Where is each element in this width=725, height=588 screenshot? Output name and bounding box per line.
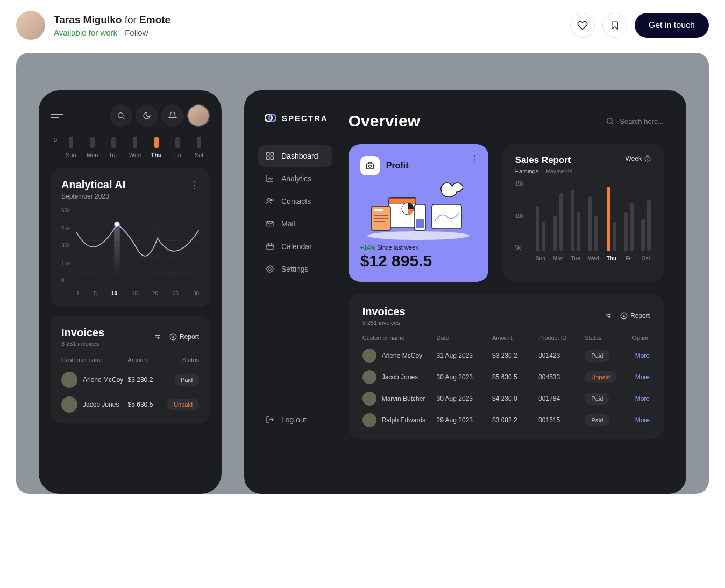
invoices-title: Invoices <box>61 327 104 339</box>
svg-point-47 <box>607 314 608 315</box>
invoices-count: 3 251 invoices <box>362 320 406 326</box>
bar-fri[interactable]: Fri <box>624 187 634 261</box>
bar-sat[interactable]: Sat <box>641 187 651 261</box>
period-selector[interactable]: Week <box>626 155 651 162</box>
bar-chart: 15k10k5k SunMonTueWedThuFriSat <box>515 181 651 261</box>
svg-rect-16 <box>267 153 269 155</box>
invoice-columns: Customer name Amount Status <box>61 357 199 363</box>
sidebar-item-mail[interactable]: Mail <box>258 213 332 235</box>
gear-icon <box>266 265 274 273</box>
tab-payments[interactable]: Payments <box>546 168 572 174</box>
sidebar-item-analytics[interactable]: Analytics <box>258 168 332 189</box>
bar-wed[interactable]: Wed <box>588 187 599 261</box>
card-menu-icon[interactable]: ⋮ <box>470 154 479 164</box>
zero-label: 0 <box>51 137 60 143</box>
theme-button[interactable] <box>136 104 158 127</box>
svg-rect-37 <box>374 209 383 211</box>
profit-label: Profit <box>386 161 409 171</box>
sidebar-item-contacts[interactable]: Contacts <box>258 190 332 212</box>
report-button[interactable]: Report <box>620 312 650 320</box>
day-wed[interactable]: Wed <box>124 137 146 158</box>
day-mon[interactable]: Mon <box>82 137 103 158</box>
bar-thu[interactable]: Thu <box>607 187 616 261</box>
follow-button[interactable]: Follow <box>125 28 148 37</box>
download-icon <box>169 333 177 341</box>
bar-tue[interactable]: Tue <box>571 187 580 261</box>
user-avatar[interactable] <box>187 104 210 127</box>
chevron-down-icon <box>644 155 651 162</box>
calendar-icon <box>266 242 274 251</box>
more-link[interactable]: More <box>622 352 650 359</box>
analytical-title: Analytical AI <box>61 179 125 191</box>
svg-rect-34 <box>389 198 416 203</box>
invoices-count: 3 251 invoices <box>61 341 104 347</box>
week-selector: 0SunMonTueWedThuFriSat <box>51 137 210 158</box>
bar-mon[interactable]: Mon <box>553 187 563 261</box>
svg-rect-18 <box>267 157 269 159</box>
get-in-touch-button[interactable]: Get in touch <box>635 13 709 38</box>
svg-point-8 <box>115 222 119 226</box>
author-avatar[interactable] <box>16 11 45 40</box>
more-link[interactable]: More <box>622 416 650 424</box>
sales-title: Sales Report <box>515 155 572 166</box>
download-icon <box>620 312 628 320</box>
svg-point-48 <box>609 316 610 317</box>
profit-card: Profit ⋮ <box>349 144 488 282</box>
day-tue[interactable]: Tue <box>103 137 124 158</box>
like-button[interactable] <box>570 13 595 38</box>
svg-line-1 <box>123 117 124 119</box>
sidebar-item-calendar[interactable]: Calendar <box>258 236 332 257</box>
table-row[interactable]: Jacob Jones$5 630.5Unpaid <box>61 396 199 413</box>
bookmark-button[interactable] <box>602 13 627 38</box>
search-icon <box>117 111 125 120</box>
tab-earnings[interactable]: Earnings <box>515 168 538 174</box>
svg-point-20 <box>267 199 270 201</box>
svg-line-29 <box>612 123 613 124</box>
author-title: Taras Migulko for Emote <box>54 14 561 26</box>
logout-icon <box>266 415 274 424</box>
table-row[interactable]: Arlene McCoy$3 230.2Paid <box>61 372 199 388</box>
invoices-card: Invoices 3 251 invoices Report Customer … <box>349 294 664 439</box>
table-row[interactable]: Marvin Butcher30 Aug 2023$4 230.0001784P… <box>362 392 650 406</box>
search-input[interactable]: Search here... <box>606 117 664 125</box>
moon-icon <box>143 111 151 120</box>
table-header: Customer nameDateAmountProduct IDStatusO… <box>362 335 650 341</box>
day-fri[interactable]: Fri <box>167 137 189 158</box>
bar-sun[interactable]: Sun <box>536 187 545 261</box>
sidebar-item-dashboard[interactable]: Dashboard <box>258 145 332 167</box>
sidebar: SPECTRA DashboardAnalyticsContactsMailCa… <box>258 112 332 479</box>
profit-delta: +14% Since last week <box>360 244 477 251</box>
svg-point-0 <box>118 113 123 118</box>
filter-icon[interactable] <box>604 312 613 320</box>
svg-point-44 <box>645 156 650 161</box>
menu-icon[interactable] <box>51 111 63 121</box>
day-thu[interactable]: Thu <box>146 137 167 158</box>
more-link[interactable]: More <box>622 395 650 402</box>
bookmark-icon <box>610 20 620 30</box>
card-menu-icon[interactable]: ⋮ <box>189 179 199 190</box>
analytical-card: Analytical AI September 2023 ⋮ 60k45k30k… <box>51 168 210 307</box>
svg-point-12 <box>158 337 159 338</box>
table-row[interactable]: Jacob Jones30 Aug 2023$5 630.5004533Unpa… <box>362 370 650 384</box>
notifications-button[interactable] <box>161 104 184 127</box>
mail-icon <box>266 219 274 228</box>
page-title: Overview <box>349 112 590 130</box>
sales-card: Sales Report Earnings Payments Week <box>502 144 664 282</box>
table-row[interactable]: Ralph Edwards29 Aug 2023$3 082.2001515Pa… <box>362 413 650 427</box>
day-sun[interactable]: Sun <box>60 137 82 158</box>
available-link[interactable]: Available for work <box>54 28 117 37</box>
svg-point-27 <box>269 268 271 270</box>
svg-point-28 <box>607 118 612 123</box>
day-sat[interactable]: Sat <box>188 137 210 158</box>
profit-illustration <box>356 182 481 241</box>
search-icon <box>606 117 614 125</box>
report-button[interactable]: Report <box>169 333 199 341</box>
more-link[interactable]: More <box>622 373 650 381</box>
logout-button[interactable]: Log out <box>258 409 332 430</box>
sidebar-item-settings[interactable]: Settings <box>258 258 332 280</box>
logo[interactable]: SPECTRA <box>258 112 332 124</box>
table-row[interactable]: Arlene McCoy31 Aug 2023$3 230.2001423Pai… <box>362 349 650 363</box>
filter-icon[interactable] <box>153 333 162 341</box>
search-button[interactable] <box>110 104 132 127</box>
analytical-subtitle: September 2023 <box>61 193 125 200</box>
